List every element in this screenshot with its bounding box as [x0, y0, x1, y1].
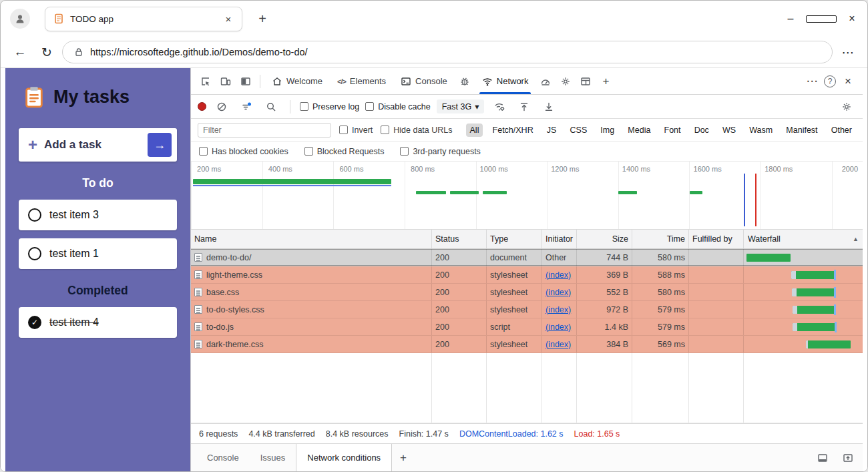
filter-pill-wasm[interactable]: Wasm: [745, 124, 777, 137]
filter-pill-ws[interactable]: WS: [718, 124, 740, 137]
filter-pill-css[interactable]: CSS: [566, 124, 592, 137]
hide-data-urls-option[interactable]: Hide data URLs: [381, 126, 452, 135]
filter-pill-img[interactable]: Img: [596, 124, 618, 137]
close-button[interactable]: ×: [837, 1, 867, 37]
browser-tab[interactable]: TODO app ×: [45, 7, 242, 31]
column-header-fulfilled[interactable]: Fulfilled by: [689, 230, 744, 248]
blocked-cookies-checkbox[interactable]: [199, 147, 208, 156]
inspect-icon[interactable]: [196, 72, 215, 91]
throttling-dropdown[interactable]: Fast 3G ▾: [437, 99, 485, 113]
disable-cache-option[interactable]: Disable cache: [365, 102, 431, 111]
blocked-cookies-option[interactable]: Has blocked cookies: [199, 147, 288, 156]
filter-pill-font[interactable]: Font: [660, 124, 685, 137]
initiator-link[interactable]: (index): [546, 305, 571, 314]
issues-bug-icon[interactable]: [455, 72, 474, 91]
focus-mode-icon[interactable]: [236, 72, 255, 91]
tab-welcome[interactable]: Welcome: [265, 68, 329, 94]
devtools-close-icon[interactable]: ×: [839, 72, 857, 91]
drawer-tab-network-conditions[interactable]: Network conditions: [296, 444, 392, 471]
network-overview[interactable]: 200 ms 400 ms 600 ms 800 ms 1000 ms 1200…: [191, 162, 863, 230]
tab-elements[interactable]: </> Elements: [331, 68, 393, 94]
invert-checkbox[interactable]: [339, 126, 348, 134]
filter-pill-other[interactable]: Other: [827, 124, 856, 137]
submit-task-button[interactable]: →: [148, 133, 172, 157]
waterfall-bar[interactable]: [793, 323, 836, 331]
tab-close-icon[interactable]: ×: [222, 12, 235, 25]
browser-menu-button[interactable]: ⋯: [837, 41, 859, 63]
network-settings-gear-icon[interactable]: [837, 97, 856, 116]
column-header-type[interactable]: Type: [487, 230, 542, 248]
filter-pill-all[interactable]: All: [466, 124, 483, 137]
column-header-waterfall[interactable]: Waterfall ▲: [744, 230, 863, 248]
third-party-option[interactable]: 3rd-party requests: [400, 147, 480, 156]
more-tabs-button[interactable]: +: [596, 72, 615, 91]
completed-task-item[interactable]: ✓ test item 4: [19, 307, 177, 338]
expand-drawer-icon[interactable]: [839, 449, 857, 467]
column-header-time[interactable]: Time: [632, 230, 689, 248]
checkbox-checked-icon[interactable]: ✓: [28, 316, 41, 329]
minimize-button[interactable]: –: [775, 1, 806, 37]
table-row[interactable]: dark-theme.css 200 stylesheet (index) 38…: [191, 336, 863, 353]
dock-side-icon[interactable]: [813, 449, 832, 467]
refresh-button[interactable]: ↻: [35, 41, 58, 63]
export-har-icon[interactable]: [515, 97, 533, 116]
column-header-name[interactable]: Name: [191, 230, 432, 248]
waterfall-bar[interactable]: [792, 288, 835, 296]
preserve-log-checkbox[interactable]: [300, 102, 308, 111]
table-row[interactable]: demo-to-do/ 200 document Other 744 B 580…: [191, 249, 863, 266]
preserve-log-option[interactable]: Preserve log: [300, 102, 359, 111]
record-button[interactable]: [198, 102, 206, 111]
initiator-link[interactable]: (index): [546, 322, 571, 332]
waterfall-bar[interactable]: [791, 271, 835, 279]
task-item[interactable]: test item 3: [19, 200, 177, 230]
drawer-add-tab-button[interactable]: +: [392, 444, 415, 471]
layout-panel-icon[interactable]: [576, 72, 595, 91]
filter-pill-fetchxhr[interactable]: Fetch/XHR: [489, 124, 537, 137]
invert-option[interactable]: Invert: [339, 126, 373, 135]
blocked-requests-checkbox[interactable]: [304, 147, 313, 156]
filter-pill-manifest[interactable]: Manifest: [782, 124, 821, 137]
maximize-button[interactable]: [806, 1, 837, 37]
filter-toggle-icon[interactable]: [237, 97, 256, 116]
device-toolbar-icon[interactable]: [216, 72, 235, 91]
tab-network[interactable]: Network: [475, 68, 535, 94]
performance-icon[interactable]: [536, 72, 555, 91]
add-task-button[interactable]: + Add a task →: [19, 128, 177, 162]
table-row[interactable]: light-theme.css 200 stylesheet (index) 3…: [191, 266, 863, 284]
table-row[interactable]: to-do.js 200 script (index) 1.4 kB 579 m…: [191, 318, 863, 336]
waterfall-bar[interactable]: [746, 254, 791, 262]
table-row[interactable]: base.css 200 stylesheet (index) 552 B 58…: [191, 284, 863, 301]
disable-cache-checkbox[interactable]: [365, 102, 374, 111]
profile-avatar[interactable]: [10, 9, 30, 29]
new-tab-button[interactable]: +: [253, 9, 272, 28]
drawer-tab-issues[interactable]: Issues: [250, 444, 296, 471]
filter-pill-js[interactable]: JS: [543, 124, 561, 137]
filter-pill-doc[interactable]: Doc: [690, 124, 713, 137]
table-row[interactable]: to-do-styles.css 200 stylesheet (index) …: [191, 301, 863, 318]
blocked-requests-option[interactable]: Blocked Requests: [304, 147, 385, 156]
checkbox-unchecked-icon[interactable]: [28, 247, 41, 260]
hide-data-urls-checkbox[interactable]: [381, 126, 389, 134]
waterfall-bar[interactable]: [793, 306, 835, 314]
initiator-link[interactable]: (index): [546, 288, 571, 297]
column-header-initiator[interactable]: Initiator: [542, 230, 577, 248]
tab-console[interactable]: Console: [394, 68, 454, 94]
devtools-more-menu[interactable]: ⋯: [803, 72, 821, 91]
initiator-link[interactable]: (index): [546, 270, 571, 280]
import-har-icon[interactable]: [539, 97, 558, 116]
column-header-status[interactable]: Status: [432, 230, 487, 248]
search-icon[interactable]: [262, 97, 280, 116]
back-button[interactable]: ←: [9, 41, 31, 63]
drawer-tab-console[interactable]: Console: [196, 444, 250, 471]
waterfall-bar[interactable]: [806, 340, 851, 348]
filter-pill-media[interactable]: Media: [624, 124, 654, 137]
help-icon[interactable]: ?: [824, 75, 836, 87]
address-bar[interactable]: https://microsoftedge.github.io/Demos/de…: [62, 41, 833, 63]
settings-gear-icon[interactable]: [556, 72, 575, 91]
third-party-checkbox[interactable]: [400, 147, 409, 156]
clear-button[interactable]: [212, 97, 231, 116]
network-conditions-icon[interactable]: [490, 97, 509, 116]
filter-input[interactable]: [198, 123, 331, 138]
checkbox-unchecked-icon[interactable]: [28, 208, 41, 222]
task-item[interactable]: test item 1: [19, 238, 177, 269]
